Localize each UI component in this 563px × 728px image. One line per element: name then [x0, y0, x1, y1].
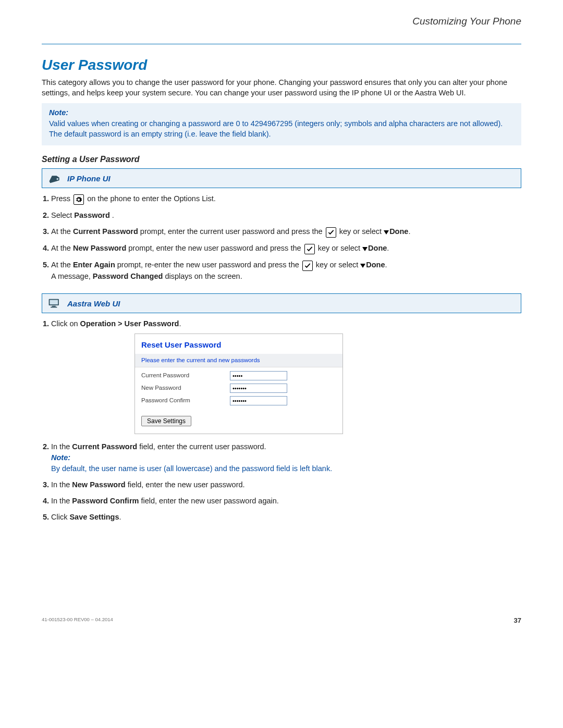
web-step-3: In the New Password field, enter the new…	[51, 479, 521, 490]
aastra-web-ui-bar: Aastra Web UI	[42, 293, 521, 313]
phone-step-3: At the Current Password prompt, enter th…	[51, 226, 521, 238]
phone-step-4: At the New Password prompt, enter the ne…	[51, 243, 521, 254]
running-header: Customizing Your Phone	[42, 16, 521, 31]
header-rule	[42, 44, 521, 44]
monitor-icon	[47, 297, 62, 310]
phone-icon	[47, 172, 62, 184]
phone-step-5: At the Enter Again prompt, re-enter the …	[51, 260, 521, 282]
svg-point-0	[57, 178, 59, 180]
web-step-4: In the Password Confirm field, enter the…	[51, 496, 521, 507]
down-arrow-icon	[362, 247, 368, 251]
svg-rect-3	[52, 306, 56, 307]
down-arrow-icon	[360, 264, 365, 268]
page-footer: 41-001523-00 REV00 – 04.2014 37	[42, 616, 521, 624]
note-box: Note: Valid values when creating or chan…	[42, 103, 521, 145]
check-icon	[326, 227, 336, 238]
aastra-web-ui-label: Aastra Web UI	[67, 299, 120, 308]
ip-phone-ui-bar: IP Phone UI	[42, 168, 521, 188]
inline-note-label: Note:	[51, 453, 70, 462]
phone-steps-list: Press on the phone to enter the Options …	[42, 193, 521, 282]
save-settings-button[interactable]: Save Settings	[141, 416, 191, 426]
new-password-row: New Password	[135, 382, 342, 394]
ip-phone-ui-label: IP Phone UI	[67, 174, 111, 183]
page-title: User Password	[42, 57, 521, 73]
check-icon	[304, 244, 315, 254]
gear-icon	[74, 194, 84, 205]
password-confirm-label: Password Confirm	[141, 396, 230, 405]
sub-heading: Setting a User Password	[42, 155, 521, 164]
svg-rect-4	[51, 306, 57, 307]
note-body: Valid values when creating or changing a…	[49, 119, 514, 139]
screenshot-title: Reset User Password	[135, 334, 342, 354]
screenshot-subtitle: Please enter the current and new passwor…	[135, 354, 342, 367]
inline-note-body: By default, the user name is user (all l…	[51, 464, 332, 473]
password-confirm-row: Password Confirm	[135, 394, 342, 407]
phone-step-2: Select Password .	[51, 210, 521, 221]
note-label: Note:	[49, 108, 514, 117]
svg-rect-2	[50, 300, 58, 304]
phone-step-1: Press on the phone to enter the Options …	[51, 193, 521, 205]
new-password-label: New Password	[141, 384, 230, 392]
new-password-input[interactable]	[230, 384, 287, 393]
reset-password-screenshot: Reset User Password Please enter the cur…	[134, 334, 343, 434]
current-password-input[interactable]	[230, 371, 287, 380]
current-password-row: Current Password	[135, 369, 342, 382]
web-step-1: Click on Operation > User Password. Rese…	[51, 318, 521, 434]
web-steps-list: Click on Operation > User Password. Rese…	[42, 318, 521, 523]
doc-revision: 41-001523-00 REV00 – 04.2014	[42, 616, 113, 624]
check-icon	[302, 261, 313, 271]
current-password-label: Current Password	[141, 371, 230, 380]
web-step-2: In the Current Password field, enter the…	[51, 441, 521, 474]
intro-paragraph: This category allows you to change the u…	[42, 78, 521, 98]
password-confirm-input[interactable]	[230, 396, 287, 405]
down-arrow-icon	[384, 230, 389, 235]
page-number: 37	[514, 616, 521, 624]
web-step-5: Click Save Settings.	[51, 512, 521, 523]
